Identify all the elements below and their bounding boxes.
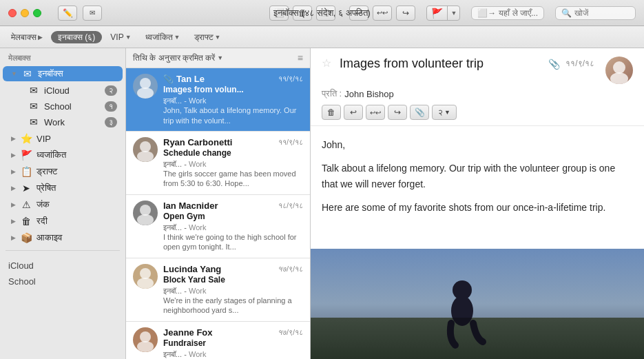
email-top-row: Lucinda Yang १७/९/१८ [163, 264, 303, 274]
avatar [133, 74, 158, 99]
svg-point-11 [610, 72, 628, 84]
sent-expand-arrow: ▶ [11, 185, 16, 192]
search-box[interactable]: 🔍 [555, 6, 636, 20]
sidebar-section-header: मेलबाक्स [0, 48, 125, 65]
drafts-label: ड्राफ्ट [194, 32, 214, 42]
reply-all-button[interactable]: ↩↩ [373, 6, 392, 21]
minimize-button[interactable] [21, 9, 29, 17]
work-label: Work [44, 117, 101, 127]
forward-button[interactable]: ↪ [396, 6, 415, 21]
svg-point-8 [140, 331, 151, 342]
maximize-button[interactable] [33, 9, 41, 17]
attachment-count-button[interactable]: २ ▼ [432, 105, 457, 120]
email-items: 📎Tan Le ११/९/१८ Images from volun... इनब… [126, 68, 310, 359]
drafts-nav-label: ड्राफ्ट [37, 166, 117, 177]
reading-image [311, 249, 644, 359]
sidebar-item-vip[interactable]: ▶ ⭐ VIP [3, 131, 123, 146]
from-label: प्रति : [322, 88, 342, 99]
trash-label: रदी [37, 216, 117, 227]
junk-label: जंक [37, 199, 117, 210]
from-name: John Bishop [344, 89, 394, 99]
email-sender: Ian Macnider [163, 201, 218, 211]
move-to-box[interactable]: ⬜→ यहाँ ले जाएँ... [471, 6, 544, 20]
email-header-row: Ryan Carbonetti ११/९/१८ Schedule change … [133, 137, 303, 189]
email-item[interactable]: Lucinda Yang १७/९/१८ Block Yard Sale इनब… [126, 258, 310, 322]
vip-expand-arrow: ▶ [11, 135, 16, 142]
compose-button[interactable]: ✏️ [58, 6, 77, 21]
reading-date: ११/९/१८ [565, 59, 594, 68]
close-button[interactable] [8, 9, 17, 17]
reply-all-action-button[interactable]: ↩↩ [366, 105, 385, 120]
new-mail-button[interactable]: ✉ [83, 6, 102, 21]
sort-label-text: तिथि के अनुसार क्रमित करें [133, 53, 215, 63]
inbox-icon: ✉ [21, 68, 34, 79]
flag-button-group[interactable]: 🚩 ▼ [426, 6, 460, 21]
search-input[interactable] [574, 8, 630, 18]
body-para2: Here are some of my favorite shots from … [322, 200, 633, 215]
sidebar-item-archive[interactable]: ▶ 📦 आकाइव [3, 230, 123, 245]
attachment-action-button[interactable]: 📎 [410, 105, 429, 120]
email-tag: Work [189, 287, 206, 295]
sort-chevron: ▼ [217, 54, 223, 61]
email-item[interactable]: Jeanne Fox १७/९/१८ Fundraiser इनबॉ... - … [126, 322, 310, 359]
reply-action-button[interactable]: ↩ [344, 105, 363, 120]
filter-icon[interactable]: ≡ [298, 52, 303, 63]
toolbar-left: ✏️ ✉ [58, 6, 102, 21]
email-item[interactable]: 📎Tan Le ११/९/१८ Images from volun... इनब… [126, 68, 310, 132]
inbox-tab[interactable]: इनबाक्स (६) [51, 31, 102, 43]
reading-title-row: ☆ Images from volunteer trip 📎 ११/९/१८ [322, 57, 633, 84]
sidebar-item-flagged[interactable]: ▶ 🚩 ध्वजांकित [3, 147, 123, 163]
svg-point-1 [137, 88, 154, 99]
email-subject: Schedule change [163, 148, 303, 158]
email-item[interactable]: Ian Macnider १८/९/१८ Open Gym इनबॉ... - … [126, 195, 310, 258]
work-icon: ✉ [28, 116, 40, 127]
reading-body: John, Talk about a lifelong memory. Our … [311, 126, 644, 249]
email-list: तिथि के अनुसार क्रमित करें ▼ ≡ 📎Tan Le [126, 48, 311, 359]
vip-chevron: ▼ [125, 34, 132, 41]
drafts-expand-arrow: ▶ [11, 168, 16, 175]
sidebar-item-junk[interactable]: ▶ ⚠ जंक [3, 197, 123, 212]
reading-pane: ☆ Images from volunteer trip 📎 ११/९/१८ प… [311, 48, 644, 359]
attachment-count: २ [438, 107, 443, 117]
sidebar-item-inbox[interactable]: ▼ ✉ इनबॉक्स [3, 66, 123, 81]
bottom-accounts: iCloud School [0, 258, 125, 289]
delete-action-button[interactable]: 🗑 [322, 105, 341, 120]
email-sender: Ryan Carbonetti [163, 137, 232, 147]
account-school[interactable]: School [0, 274, 125, 289]
account-icloud[interactable]: iCloud [0, 258, 125, 274]
avatar [133, 201, 158, 225]
email-header-row: Ian Macnider १८/९/१८ Open Gym इनबॉ... - … [133, 201, 303, 252]
avatar [133, 327, 158, 352]
sidebar-item-work[interactable]: ✉ Work ३ [8, 114, 123, 130]
flagged-chevron: ▼ [174, 34, 180, 41]
email-sender: Jeanne Fox [163, 327, 213, 338]
sidebar-item-drafts[interactable]: ▶ 📋 ड्राफ्ट [3, 164, 123, 179]
email-top-row: 📎Tan Le ११/९/१८ [163, 74, 303, 84]
sidebar-item-trash[interactable]: ▶ 🗑 रदी [3, 214, 123, 229]
reading-subject: Images from volunteer trip [340, 57, 543, 71]
trash-nav-icon: 🗑 [20, 216, 32, 227]
toolbar2: मेलबाक्स ▶ इनबाक्स (६) VIP ▼ ध्वजांकित ▼… [0, 26, 644, 48]
email-body: Lucinda Yang १७/९/१८ Block Yard Sale इनब… [163, 264, 303, 316]
svg-rect-16 [311, 318, 644, 359]
flagged-label: ध्वजांकित [145, 32, 173, 42]
from-row: प्रति : John Bishop [322, 88, 633, 99]
sidebar-item-school[interactable]: ✉ School १ [8, 99, 123, 114]
flag-button[interactable]: 🚩 [427, 6, 448, 20]
flag-dropdown-arrow[interactable]: ▼ [448, 8, 459, 18]
vip-dropdown[interactable]: VIP ▼ [105, 31, 136, 43]
reading-attachment-icon: 📎 [548, 59, 560, 70]
email-item[interactable]: Ryan Carbonetti ११/९/१८ Schedule change … [126, 132, 310, 195]
sidebar-item-sent[interactable]: ▶ ➤ प्रेषित [3, 181, 123, 196]
flagged-dropdown[interactable]: ध्वजांकित ▼ [140, 31, 186, 43]
sort-button[interactable]: तिथि के अनुसार क्रमित करें ▼ [133, 53, 223, 63]
mailboxes-dropdown[interactable]: मेलबाक्स ▶ [6, 31, 48, 43]
email-tag: Work [189, 223, 206, 232]
forward-action-button[interactable]: ↪ [388, 105, 407, 120]
star-button[interactable]: ☆ [322, 57, 331, 70]
drafts-dropdown[interactable]: ड्राफ्ट ▼ [189, 31, 227, 43]
school-badge: १ [105, 101, 117, 112]
sidebar-item-icloud[interactable]: ✉ iCloud २ [8, 83, 123, 98]
icloud-badge: २ [105, 85, 117, 96]
email-subject: Open Gym [163, 212, 303, 221]
